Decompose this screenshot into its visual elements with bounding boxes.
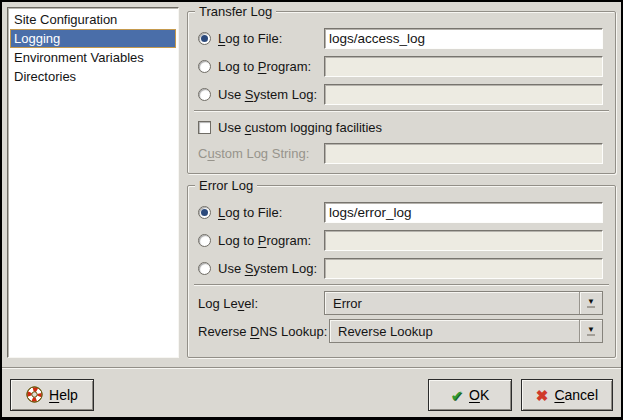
error-log-to-file-row: Log to File:	[198, 198, 603, 226]
transfer-log-to-file-radio-label[interactable]: Log to File:	[198, 31, 324, 46]
error-use-system-log-row: Use System Log:	[198, 254, 603, 282]
httpd-logging-dialog: Site Configuration Logging Environment V…	[0, 0, 623, 420]
transfer-log-frame-title: Transfer Log	[195, 4, 276, 19]
error-log-to-program-row: Log to Program:	[198, 226, 603, 254]
combo-dash-icon	[587, 306, 595, 308]
transfer-use-system-log-radio-label[interactable]: Use System Log:	[198, 87, 324, 102]
transfer-system-log-input[interactable]	[324, 84, 603, 105]
use-custom-logging-check-label[interactable]: Use custom logging facilities	[198, 120, 382, 135]
sidebar-item-site-configuration[interactable]: Site Configuration	[10, 10, 176, 29]
error-log-program-input[interactable]	[324, 230, 603, 251]
transfer-use-system-log-row: Use System Log:	[198, 80, 603, 108]
cancel-x-icon: ✖	[536, 388, 549, 403]
button-row: Help ✔ OK ✖ Cancel	[7, 379, 616, 411]
transfer-use-system-log-radio[interactable]	[198, 88, 211, 101]
sidebar-item-directories[interactable]: Directories	[10, 67, 176, 86]
reverse-dns-dropdown[interactable]: Reverse Lookup ▼	[329, 319, 603, 343]
bottom-separator	[2, 367, 621, 369]
error-use-system-log-radio-label[interactable]: Use System Log:	[198, 261, 324, 276]
help-lifebuoy-icon	[26, 386, 43, 405]
error-system-log-input[interactable]	[324, 258, 603, 279]
transfer-log-to-program-radio-label[interactable]: Log to Program:	[198, 59, 324, 74]
error-log-file-input[interactable]	[324, 202, 603, 223]
transfer-log-file-input[interactable]	[324, 28, 603, 49]
error-log-to-program-label: Log to Program:	[218, 233, 311, 248]
transfer-log-to-file-row: Log to File:	[198, 24, 603, 52]
error-use-system-log-label: Use System Log:	[218, 261, 317, 276]
ok-button-label: OK	[469, 387, 489, 403]
combo-dash-icon	[587, 334, 595, 336]
custom-log-string-input	[324, 143, 603, 164]
chevron-down-icon: ▼	[587, 298, 595, 305]
reverse-dns-label: Reverse DNS Lookup:	[198, 324, 329, 339]
content-panel: Transfer Log Log to File: Log to Program…	[187, 7, 616, 358]
sidebar-item-logging[interactable]: Logging	[10, 29, 176, 48]
ok-checkmark-icon: ✔	[450, 388, 463, 403]
transfer-log-to-file-label: Log to File:	[218, 31, 282, 46]
log-level-dropdown[interactable]: Error ▼	[324, 291, 603, 315]
sidebar-list: Site Configuration Logging Environment V…	[7, 7, 179, 358]
cancel-button-label: Cancel	[554, 387, 598, 403]
custom-log-string-label: Custom Log String:	[198, 146, 324, 161]
chevron-down-icon: ▼	[587, 326, 595, 333]
ok-button[interactable]: ✔ OK	[428, 379, 512, 411]
transfer-use-system-log-label: Use System Log:	[218, 87, 317, 102]
error-log-frame: Error Log Log to File: Log to Program:	[187, 185, 616, 358]
help-button[interactable]: Help	[10, 379, 94, 411]
transfer-log-to-program-radio[interactable]	[198, 60, 211, 73]
transfer-log-frame: Transfer Log Log to File: Log to Program…	[187, 11, 616, 174]
log-level-label: Log Level:	[198, 296, 324, 311]
error-log-to-file-radio[interactable]	[198, 206, 211, 219]
log-level-value: Error	[333, 296, 579, 311]
main-row: Site Configuration Logging Environment V…	[7, 7, 616, 358]
transfer-log-divider	[194, 110, 609, 112]
help-button-label: Help	[49, 387, 78, 403]
cancel-button[interactable]: ✖ Cancel	[521, 379, 613, 411]
error-use-system-log-radio[interactable]	[198, 262, 211, 275]
use-custom-logging-label: Use custom logging facilities	[218, 120, 382, 135]
error-log-to-program-radio[interactable]	[198, 234, 211, 247]
log-level-dropdown-button[interactable]: ▼	[579, 292, 602, 314]
error-log-to-program-radio-label[interactable]: Log to Program:	[198, 233, 324, 248]
use-custom-logging-row: Use custom logging facilities	[198, 115, 603, 139]
reverse-dns-dropdown-button[interactable]: ▼	[579, 320, 602, 342]
log-level-row: Log Level: Error ▼	[198, 289, 603, 317]
reverse-dns-row: Reverse DNS Lookup: Reverse Lookup ▼	[198, 317, 603, 345]
transfer-log-to-program-label: Log to Program:	[218, 59, 311, 74]
reverse-dns-value: Reverse Lookup	[338, 324, 579, 339]
transfer-log-to-file-radio[interactable]	[198, 32, 211, 45]
error-log-frame-title: Error Log	[195, 178, 257, 193]
transfer-log-program-input[interactable]	[324, 56, 603, 77]
error-log-to-file-label: Log to File:	[218, 205, 282, 220]
error-log-to-file-radio-label[interactable]: Log to File:	[198, 205, 324, 220]
error-log-divider	[194, 284, 609, 286]
sidebar-item-environment-variables[interactable]: Environment Variables	[10, 48, 176, 67]
use-custom-logging-checkbox[interactable]	[198, 121, 211, 134]
transfer-log-to-program-row: Log to Program:	[198, 52, 603, 80]
custom-log-string-row: Custom Log String:	[198, 139, 603, 167]
